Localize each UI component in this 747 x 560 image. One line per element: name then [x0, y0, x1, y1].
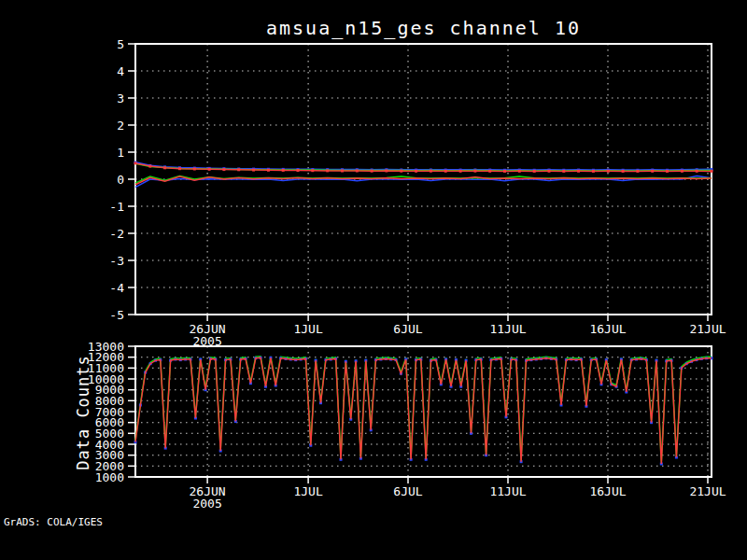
marker-stdev-red [356, 170, 359, 173]
grads-plot-page: amsua_n15_ges channel 10 Data Counts GrA… [0, 0, 747, 560]
y-tick-label: 13000 [88, 340, 124, 354]
marker-stdev-red [208, 168, 211, 171]
marker-stdev-red [371, 170, 374, 173]
marker-stdev-red [311, 169, 314, 172]
x-tick-label: 21JUL [689, 484, 726, 498]
marker-stdev-red [533, 170, 536, 173]
bottom-panel: 1000200030004000500060007000800090001000… [88, 340, 726, 511]
marker-stdev-red [222, 168, 225, 171]
marker-stdev-red [430, 170, 432, 173]
marker-stdev-red [592, 170, 595, 173]
marker-stdev-red [503, 170, 506, 173]
marker-stdev-red [267, 169, 270, 172]
y-tick-label: 0 [117, 173, 124, 187]
marker-stdev-red [636, 170, 639, 173]
marker-stdev-red [651, 170, 654, 173]
marker-stdev-red [252, 169, 255, 172]
marker-stdev-red [134, 161, 137, 164]
top-panel: -5-4-3-2-101234526JUN20051JUL6JUL11JUL16… [109, 37, 726, 349]
chart-canvas: -5-4-3-2-101234526JUN20051JUL6JUL11JUL16… [0, 0, 747, 560]
marker-stdev-red [163, 166, 166, 169]
marker-stdev-red [444, 170, 447, 173]
marker-stdev-red [488, 170, 491, 173]
marker-stdev-red [681, 170, 684, 173]
series-counts-red [135, 357, 712, 464]
y-tick-label: 3 [117, 91, 124, 105]
y-tick-label: -2 [109, 227, 124, 241]
y-tick-label: -3 [109, 254, 124, 268]
x-tick-label: 1JUL [293, 322, 322, 336]
marker-stdev-red [415, 170, 417, 173]
marker-stdev-red [193, 168, 196, 171]
marker-stdev-red [562, 170, 565, 173]
y-tick-label: -4 [109, 281, 124, 295]
marker-stdev-red [548, 170, 551, 173]
marker-stdev-red [711, 170, 713, 173]
marker-stdev-red [237, 168, 240, 171]
x-tick-label: 21JUL [689, 322, 726, 336]
marker-stdev-red [607, 170, 610, 173]
x-tick-label: 11JUL [489, 484, 526, 498]
y-tick-label: 1 [117, 146, 124, 160]
marker-stdev-red [666, 170, 669, 173]
x-tick-label: 16JUL [589, 484, 626, 498]
marker-stdev-red [459, 170, 462, 173]
marker-stdev-red [622, 170, 625, 173]
marker-stdev-red [577, 170, 580, 173]
x-tick-label: 6JUL [393, 322, 422, 336]
marker-stdev-red [518, 170, 521, 173]
y-tick-label: 2 [117, 119, 124, 133]
x-tick-sublabel: 2005 [192, 497, 221, 511]
marker-stdev-red [297, 169, 300, 172]
y-tick-label: -5 [109, 308, 124, 322]
y-tick-label: -1 [109, 200, 124, 214]
x-tick-label: 6JUL [393, 484, 422, 498]
marker-stdev-red [385, 170, 388, 173]
marker-stdev-red [326, 169, 329, 172]
x-tick-label: 16JUL [589, 322, 626, 336]
marker-stdev-red [178, 167, 181, 170]
marker-stdev-red [341, 170, 344, 173]
y-tick-label: 5 [117, 37, 124, 51]
marker-stdev-red [696, 170, 698, 173]
y-tick-label: 4 [117, 64, 124, 78]
x-tick-label: 1JUL [293, 484, 322, 498]
marker-stdev-red [400, 170, 402, 173]
marker-stdev-red [282, 169, 285, 172]
x-tick-label: 11JUL [489, 322, 526, 336]
marker-stdev-red [148, 165, 151, 168]
marker-stdev-red [473, 170, 476, 173]
